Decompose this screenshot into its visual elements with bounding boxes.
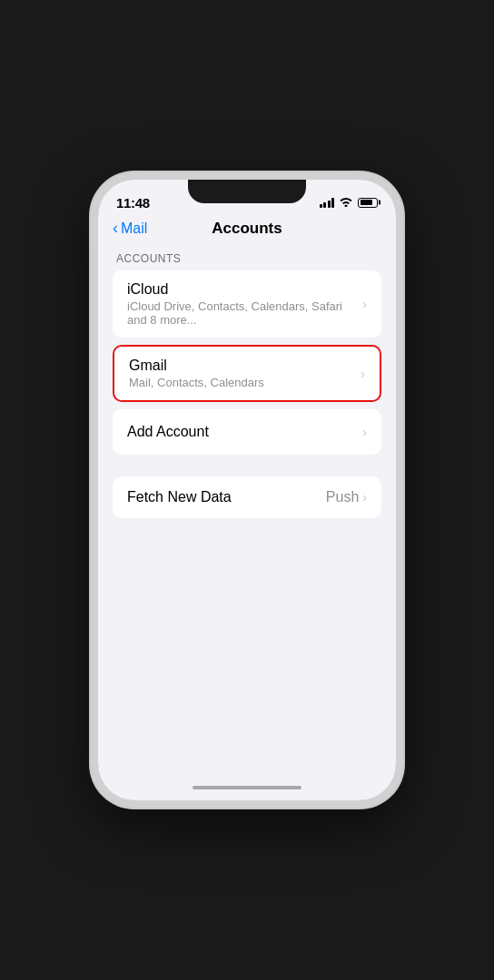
accounts-section-header: ACCOUNTS bbox=[98, 252, 396, 270]
status-time: 11:48 bbox=[116, 195, 150, 211]
gmail-list-item[interactable]: Gmail Mail, Contacts, Calendars › bbox=[114, 347, 380, 400]
gmail-item-left: Gmail Mail, Contacts, Calendars bbox=[129, 358, 361, 389]
status-icons bbox=[320, 196, 379, 210]
fetch-right: Push › bbox=[326, 489, 367, 505]
icloud-account-item[interactable]: iCloud iCloud Drive, Contacts, Calendars… bbox=[113, 270, 381, 338]
gmail-account-item[interactable]: Gmail Mail, Contacts, Calendars › bbox=[113, 345, 381, 402]
gmail-chevron-icon: › bbox=[361, 367, 365, 381]
accounts-list-icloud: iCloud iCloud Drive, Contacts, Calendars… bbox=[113, 270, 381, 338]
fetch-value: Push bbox=[326, 489, 359, 505]
icloud-item-left: iCloud iCloud Drive, Contacts, Calendars… bbox=[127, 281, 362, 327]
phone-frame: 11:48 bbox=[91, 172, 403, 808]
add-account-title: Add Account bbox=[127, 424, 362, 440]
home-bar bbox=[193, 786, 301, 789]
gmail-title: Gmail bbox=[129, 358, 361, 374]
back-label: Mail bbox=[121, 220, 147, 237]
nav-bar: ‹ Mail Accounts bbox=[98, 216, 396, 245]
page-title: Accounts bbox=[212, 220, 282, 238]
add-account-left: Add Account bbox=[127, 424, 362, 440]
accounts-section: ACCOUNTS iCloud iCloud Drive, Contacts, … bbox=[98, 252, 396, 455]
wifi-icon bbox=[339, 196, 353, 210]
back-chevron-icon: ‹ bbox=[113, 219, 118, 238]
signal-icon bbox=[320, 197, 335, 208]
icloud-title: iCloud bbox=[127, 281, 362, 298]
back-button[interactable]: ‹ Mail bbox=[113, 220, 147, 238]
fetch-group: Fetch New Data Push › bbox=[113, 476, 381, 518]
battery-icon bbox=[358, 198, 378, 208]
content: ACCOUNTS iCloud iCloud Drive, Contacts, … bbox=[98, 245, 396, 779]
icloud-right: › bbox=[362, 297, 367, 311]
fetch-new-data-item[interactable]: Fetch New Data Push › bbox=[113, 476, 381, 518]
notch bbox=[188, 180, 306, 203]
add-account-list: Add Account › bbox=[113, 409, 381, 455]
home-indicator bbox=[98, 779, 396, 800]
add-account-right: › bbox=[362, 425, 367, 439]
gmail-subtitle: Mail, Contacts, Calendars bbox=[129, 376, 361, 389]
fetch-label: Fetch New Data bbox=[127, 489, 232, 505]
add-account-item[interactable]: Add Account › bbox=[113, 409, 381, 455]
fetch-section: Fetch New Data Push › bbox=[98, 476, 396, 518]
fetch-chevron-icon: › bbox=[362, 490, 367, 505]
icloud-chevron-icon: › bbox=[362, 297, 367, 311]
gmail-right: › bbox=[361, 367, 365, 381]
screen: 11:48 bbox=[98, 180, 396, 800]
add-account-chevron-icon: › bbox=[362, 425, 367, 439]
icloud-subtitle: iCloud Drive, Contacts, Calendars, Safar… bbox=[127, 299, 362, 327]
